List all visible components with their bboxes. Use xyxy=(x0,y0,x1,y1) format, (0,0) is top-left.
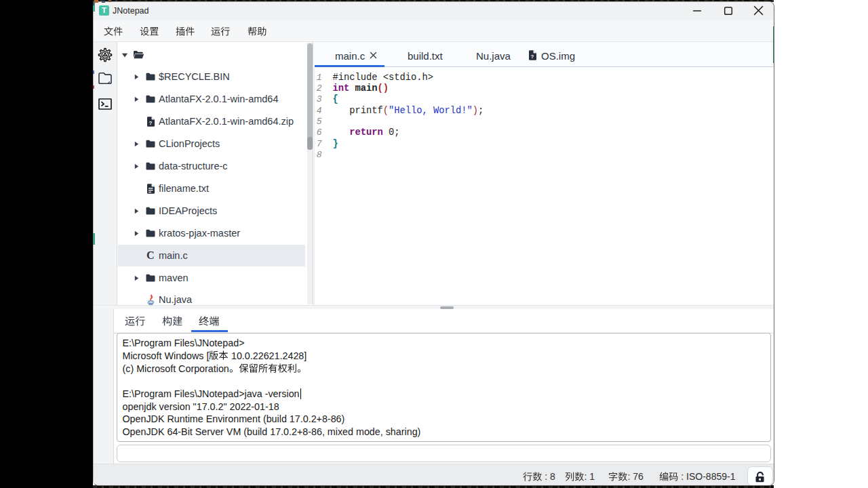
svg-text:?: ? xyxy=(149,119,152,125)
svg-text:?: ? xyxy=(531,53,534,59)
